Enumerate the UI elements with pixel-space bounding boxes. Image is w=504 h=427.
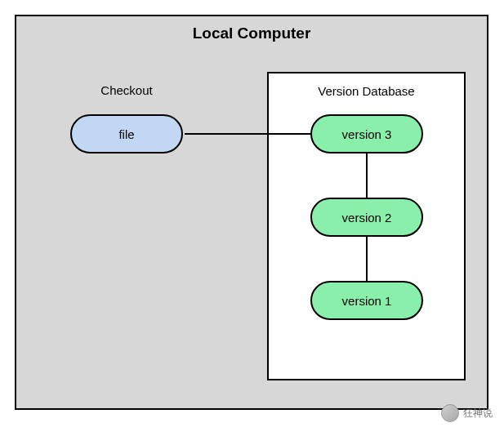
- version-2-node: version 2: [310, 198, 423, 237]
- local-computer-box: Local Computer Checkout Version Database…: [15, 15, 488, 410]
- version-database-title: Version Database: [269, 84, 464, 98]
- version-3-label: version 3: [342, 127, 392, 141]
- version-3-node: version 3: [310, 114, 423, 153]
- connector-v2-to-v1: [366, 237, 368, 281]
- watermark: 狂神说: [441, 404, 493, 422]
- version-2-label: version 2: [342, 211, 392, 225]
- local-computer-title: Local Computer: [16, 24, 487, 42]
- watermark-text: 狂神说: [463, 407, 493, 420]
- file-node-label: file: [118, 127, 134, 141]
- version-1-node: version 1: [310, 281, 423, 320]
- watermark-avatar-icon: [441, 404, 459, 422]
- connector-v3-to-v2: [366, 153, 368, 198]
- version-1-label: version 1: [342, 294, 392, 308]
- diagram-canvas: Local Computer Checkout Version Database…: [0, 0, 504, 427]
- connector-file-to-v3: [185, 133, 310, 135]
- checkout-label: Checkout: [65, 83, 188, 97]
- file-node: file: [70, 114, 183, 153]
